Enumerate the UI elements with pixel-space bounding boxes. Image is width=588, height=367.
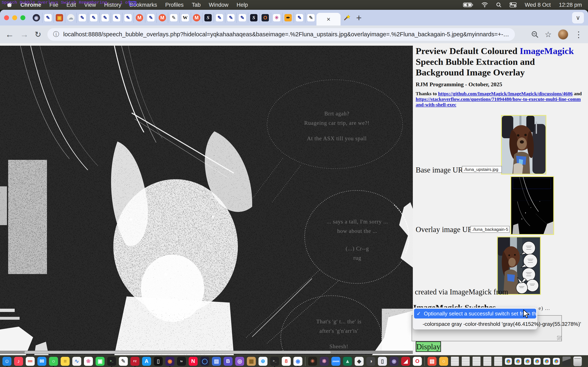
bookmark-star-icon[interactable]: ☆	[545, 30, 552, 39]
dock-iphone-mirror-icon[interactable]: ▯	[378, 357, 387, 366]
pinned-tab[interactable]: ✎	[122, 13, 134, 23]
dock-maps-icon[interactable]: ▲	[343, 357, 352, 366]
pinned-tab[interactable]: ✎	[76, 13, 88, 23]
dock-appstore-icon[interactable]: A	[142, 357, 151, 366]
pinned-tab[interactable]: S	[248, 13, 259, 23]
tab-overflow-button[interactable]: ∨	[572, 12, 584, 24]
menubar-clock[interactable]: 12:28 pm	[559, 2, 582, 8]
dock-window-thumbnail[interactable]	[472, 357, 481, 366]
dropdown-option[interactable]: -colorspace gray -color-threshold 'gray(…	[413, 320, 537, 328]
dock-window-thumbnail[interactable]	[494, 357, 502, 366]
horizontal-scrollbar[interactable]	[0, 351, 413, 354]
dock-chrome-window-icon[interactable]	[515, 358, 521, 365]
dock-firefox-icon[interactable]: ◉	[165, 357, 174, 366]
dock-quicktime-icon[interactable]: ◯	[200, 357, 209, 366]
dock-safari-icon[interactable]: ⊕	[259, 357, 268, 366]
dock-bbedit-icon[interactable]: B	[224, 357, 233, 366]
dock-messages-icon[interactable]: ○	[49, 357, 58, 366]
overlay-image-input[interactable]	[470, 226, 510, 233]
new-tab-button[interactable]: +	[353, 12, 365, 24]
imagemagick-link[interactable]: ImageMagick	[520, 46, 574, 56]
dock-chrome-icon[interactable]: ◉	[293, 357, 302, 366]
pinned-tab[interactable]: ▣	[53, 13, 65, 23]
minimize-window-button[interactable]	[12, 15, 17, 20]
forward-button[interactable]: →	[20, 30, 29, 39]
scrollbar-thumb[interactable]	[25, 351, 331, 354]
dock-calendar-icon[interactable]: 8	[282, 357, 291, 366]
dock-lightbulb-icon[interactable]: ○	[439, 357, 448, 366]
dock-gimp-icon[interactable]: ◑	[366, 357, 375, 366]
dock-chrome-window-icon[interactable]	[543, 358, 550, 365]
close-window-button[interactable]	[4, 15, 9, 20]
dock-appletv-icon[interactable]: tv	[177, 357, 186, 366]
pinned-tab[interactable]: M	[191, 13, 202, 23]
dock-window-thumbnail[interactable]	[451, 357, 459, 366]
pinned-tab[interactable]	[341, 13, 353, 23]
dock-finder-icon[interactable]: ☺	[2, 357, 11, 366]
dock-inkscape-icon[interactable]: ◆	[355, 357, 364, 366]
pinned-tab[interactable]: ✎	[236, 13, 248, 23]
wifi-icon[interactable]	[481, 2, 488, 8]
pinned-tab[interactable]: S	[202, 13, 214, 23]
display-button[interactable]: Display	[416, 341, 441, 352]
dock-tracker-icon[interactable]: ◎	[235, 357, 244, 366]
dock-textedit-icon[interactable]: ✎	[119, 357, 128, 366]
dock-chrome-window-icon[interactable]	[553, 358, 560, 365]
dock-filezilla-icon[interactable]: FZ	[130, 357, 139, 366]
dock-chrome-window-icon[interactable]	[505, 358, 512, 365]
pinned-tab[interactable]: M	[134, 13, 145, 23]
address-bar[interactable]: ⓘ localhost:8888/speech_bubble_overlays.…	[47, 28, 515, 41]
pinned-tab[interactable]: W	[179, 13, 191, 23]
site-info-icon[interactable]: ⓘ	[53, 30, 59, 39]
dock-affinity-icon[interactable]: ◢	[401, 357, 410, 366]
back-button[interactable]: ←	[5, 30, 14, 39]
menu-item-tab[interactable]: Tab	[192, 2, 201, 8]
dock-notes-icon[interactable]: ≡	[61, 357, 70, 366]
zoom-out-icon[interactable]	[531, 31, 539, 38]
dock-skull-app-icon[interactable]: ◉	[389, 357, 398, 366]
dock-claude-icon[interactable]: ✳	[308, 357, 317, 366]
pinned-tab[interactable]: ☁	[65, 13, 76, 23]
menu-item-help[interactable]: Help	[237, 2, 248, 8]
dock-reminders-icon[interactable]: ≔	[26, 357, 35, 366]
dropdown-selected-option[interactable]: ✓ Optionally select a successful switch …	[414, 309, 536, 318]
active-tab[interactable]: ×	[316, 13, 341, 25]
dock-chrome-window-icon[interactable]	[524, 358, 531, 365]
dock-image-thumbnail[interactable]	[562, 357, 571, 366]
dock-terminal2-icon[interactable]: >_	[270, 357, 279, 366]
browser-menu-icon[interactable]: ⋮	[575, 30, 583, 39]
pinned-tab[interactable]: M	[156, 13, 168, 23]
dock-terminal-icon[interactable]: >_	[107, 357, 116, 366]
pinned-tab[interactable]: ✎	[88, 13, 99, 23]
pinned-tab[interactable]: ✎	[145, 13, 156, 23]
pinned-tab[interactable]: ✎	[111, 13, 122, 23]
dock-pdf-doc-icon[interactable]: ▤	[428, 357, 437, 366]
menu-item-profiles[interactable]: Profiles	[165, 2, 183, 8]
pinned-tab[interactable]: ✎	[42, 13, 53, 23]
dock-freeform-icon[interactable]: ∿	[72, 357, 81, 366]
dock-facetime-icon[interactable]: ▣	[95, 357, 104, 366]
menubar-date[interactable]: Wed 8 Oct	[525, 2, 551, 8]
menu-item-window[interactable]: Window	[209, 2, 228, 8]
dock-chrome-window-icon[interactable]	[534, 358, 541, 365]
pinned-tab[interactable]: ✎	[305, 13, 316, 23]
battery-charging-icon[interactable]	[463, 2, 473, 7]
reload-button[interactable]: ↻	[35, 30, 41, 39]
url-text[interactable]: localhost:8888/speech_bubble_overlays.ph…	[63, 31, 509, 38]
dock-opera-icon[interactable]: O	[413, 357, 422, 366]
pinned-tab[interactable]: ✳	[271, 13, 282, 23]
pinned-tab[interactable]: ◉	[31, 13, 42, 23]
dock-folder-icon[interactable]: ▦	[247, 357, 256, 366]
pinned-tab[interactable]: ✎	[225, 13, 236, 23]
dock-files-icon[interactable]: ▤	[212, 357, 221, 366]
pinned-tab[interactable]: ✎	[168, 13, 179, 23]
dock-window-thumbnail[interactable]	[462, 357, 470, 366]
pinned-tab[interactable]: ✎	[294, 13, 305, 23]
dock-zoom-icon[interactable]: zoom	[331, 357, 340, 366]
spotlight-search-icon[interactable]	[496, 2, 502, 8]
pinned-tab[interactable]: ✎	[214, 13, 225, 23]
dock-iphone-icon[interactable]: ▯	[154, 357, 163, 366]
dock-news-icon[interactable]: N	[189, 357, 198, 366]
dock-photos-icon[interactable]: ❀	[84, 357, 93, 366]
dock-mail-icon[interactable]: ✉	[37, 357, 46, 366]
